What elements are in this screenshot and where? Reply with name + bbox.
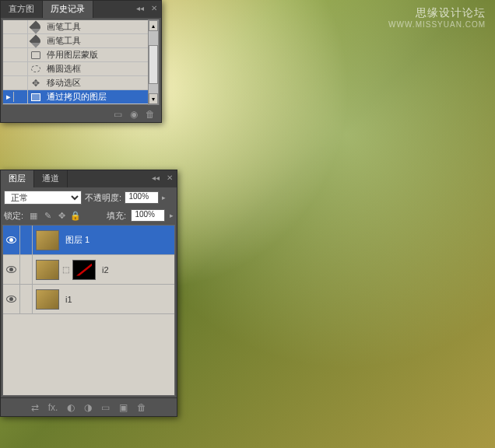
new-layer-icon[interactable]: ▣ (119, 402, 128, 413)
layer-name[interactable]: i2 (99, 265, 109, 275)
blend-row: 正常 不透明度: 100% ▸ (1, 187, 177, 208)
history-scrollbar[interactable]: ▴ ▾ (148, 19, 159, 105)
new-doc-from-state-icon[interactable]: ▭ (114, 109, 122, 120)
fill-input[interactable]: 100% (131, 209, 165, 222)
fill-label: 填充: (107, 210, 126, 222)
link-layers-icon[interactable]: ⇄ (31, 402, 39, 413)
tab-history[interactable]: 历史记录 (43, 1, 93, 18)
history-list: 画笔工具画笔工具停用图层蒙版椭圆选框✥移动选区▸通过拷贝的图层 (2, 19, 160, 105)
history-item-label: 椭圆选框 (44, 63, 81, 75)
history-footer: ▭ ◉ 🗑 (1, 107, 161, 122)
history-item-label: 停用图层蒙版 (44, 49, 98, 61)
layer-name[interactable]: 图层 1 (62, 234, 90, 246)
history-action-icon (28, 51, 44, 59)
history-step-col (14, 90, 28, 104)
history-step-col (14, 48, 28, 62)
history-item-label: 画笔工具 (44, 21, 81, 33)
eye-icon (6, 296, 16, 303)
blend-mode-select[interactable]: 正常 (4, 191, 82, 205)
history-item[interactable]: 画笔工具 (3, 34, 159, 48)
history-item-label: 通过拷贝的图层 (44, 91, 107, 103)
layer-thumbnail[interactable] (36, 289, 59, 310)
panel-collapse-icon[interactable]: ◂◂ (150, 172, 161, 183)
layer-link-col (20, 255, 33, 285)
layers-panel: 图层 通道 ◂◂ ✕ 正常 不透明度: 100% ▸ 锁定: ▦ ✎ ✥ 🔒 填… (0, 170, 177, 417)
history-action-icon (28, 23, 44, 32)
lock-label: 锁定: (4, 210, 23, 222)
opacity-arrow-icon[interactable]: ▸ (162, 194, 166, 201)
scroll-down-icon[interactable]: ▾ (149, 93, 158, 104)
history-action-icon (28, 93, 44, 101)
history-item-label: 画笔工具 (44, 35, 81, 47)
history-action-icon (28, 37, 44, 46)
layer-mask-thumbnail[interactable] (72, 260, 96, 280)
tab-channels[interactable]: 通道 (34, 170, 68, 187)
opacity-label: 不透明度: (85, 192, 121, 204)
history-tabs: 直方图 历史记录 ◂◂ ✕ (1, 1, 161, 18)
lock-row: 锁定: ▦ ✎ ✥ 🔒 填充: 100% ▸ (1, 208, 177, 223)
delete-layer-icon[interactable]: 🗑 (137, 402, 146, 413)
history-step-col (14, 76, 28, 90)
layers-footer: ⇄ fx. ◐ ◑ ▭ ▣ 🗑 (1, 397, 177, 416)
history-step-col (14, 62, 28, 76)
layer-link-col (20, 226, 33, 255)
adjustment-layer-icon[interactable]: ◑ (84, 402, 92, 413)
scroll-up-icon[interactable]: ▴ (149, 20, 158, 31)
layer-fx-icon[interactable]: fx. (48, 402, 58, 413)
history-item[interactable]: 椭圆选框 (3, 62, 159, 76)
history-step-col (14, 34, 28, 48)
layer-name[interactable]: i1 (62, 295, 72, 304)
delete-state-icon[interactable]: 🗑 (146, 109, 155, 120)
layers-tabs: 图层 通道 ◂◂ ✕ (1, 170, 177, 187)
layer-visibility-toggle[interactable] (3, 285, 20, 314)
layer-thumbnail[interactable] (36, 230, 59, 250)
lock-all-icon[interactable]: 🔒 (70, 210, 81, 221)
history-item-label: 移动选区 (44, 77, 81, 89)
history-action-icon (28, 65, 44, 72)
scroll-thumb[interactable] (149, 45, 158, 84)
watermark-url: WWW.MISSYUAN.COM (388, 20, 486, 29)
tab-layers[interactable]: 图层 (1, 170, 34, 187)
mask-link-icon[interactable]: ⬚ (62, 265, 69, 274)
layer-visibility-toggle[interactable] (3, 255, 20, 285)
history-item[interactable]: 画笔工具 (3, 20, 159, 34)
tab-histogram[interactable]: 直方图 (1, 1, 43, 18)
layer-visibility-toggle[interactable] (3, 226, 20, 255)
history-item[interactable]: ▸通过拷贝的图层 (3, 90, 159, 104)
layers-list: 图层 1⬚i2i1 (2, 225, 175, 396)
layer-thumbnail[interactable] (36, 260, 59, 280)
lock-move-icon[interactable]: ✥ (56, 210, 67, 221)
layer-group-icon[interactable]: ▭ (101, 402, 110, 413)
layer-item[interactable]: ⬚i2 (3, 255, 174, 285)
layer-mask-icon[interactable]: ◐ (67, 402, 75, 413)
opacity-input[interactable]: 100% (125, 191, 159, 204)
history-item[interactable]: ✥移动选区 (3, 76, 159, 90)
layer-item[interactable]: 图层 1 (3, 226, 174, 255)
lock-transparent-icon[interactable]: ▦ (28, 210, 39, 221)
snapshot-icon[interactable]: ◉ (130, 109, 138, 120)
eye-icon (6, 266, 16, 273)
history-action-icon: ✥ (28, 78, 44, 89)
fill-arrow-icon[interactable]: ▸ (170, 212, 174, 219)
layer-link-col (20, 285, 33, 314)
watermark-title: 思缘设计论坛 (416, 6, 486, 20)
eye-icon (6, 236, 16, 243)
history-item[interactable]: 停用图层蒙版 (3, 48, 159, 62)
panel-close-icon[interactable]: ✕ (149, 2, 160, 13)
lock-paint-icon[interactable]: ✎ (42, 210, 53, 221)
history-step-col (14, 20, 28, 34)
history-panel: 直方图 历史记录 ◂◂ ✕ 画笔工具画笔工具停用图层蒙版椭圆选框✥移动选区▸通过… (0, 0, 162, 123)
panel-close-icon[interactable]: ✕ (164, 172, 175, 183)
history-state-marker: ▸ (3, 92, 14, 102)
layer-item[interactable]: i1 (3, 285, 174, 314)
panel-collapse-icon[interactable]: ◂◂ (135, 2, 146, 13)
